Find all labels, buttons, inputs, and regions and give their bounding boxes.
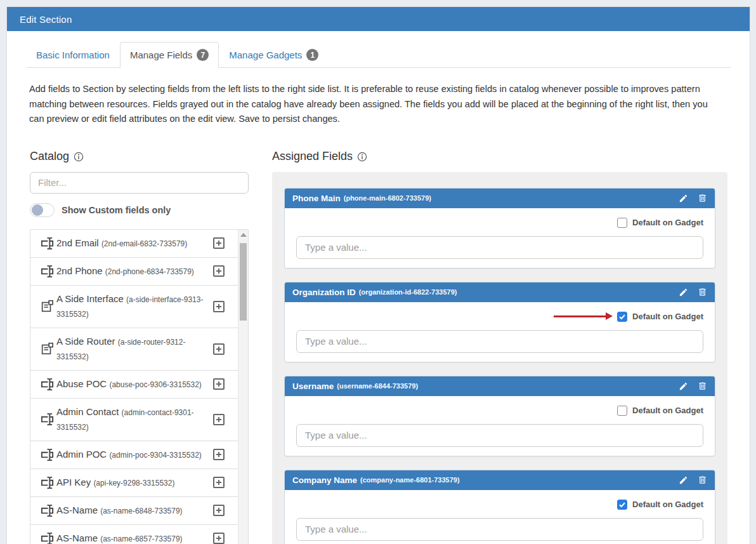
catalog-rows: 2nd Email (2nd-email-6832-733579) 2nd Ph… <box>30 230 238 544</box>
assigned-title: Assigned Fields <box>272 150 353 163</box>
tab-label: Basic Information <box>36 50 110 60</box>
assigned-field-card: Organization ID (organization-id-6822-73… <box>284 282 715 362</box>
default-on-gadget-label: Default on Gadget <box>632 406 703 415</box>
field-name: A Side Interface <box>56 293 124 304</box>
field-name: AS-Name <box>56 505 98 515</box>
info-icon[interactable] <box>357 152 367 162</box>
textbox-icon <box>40 236 56 251</box>
textbox-icon <box>40 448 56 462</box>
card-header: Phone Main (phone-main-6802-733579) <box>285 189 715 208</box>
default-on-gadget-checkbox[interactable] <box>617 406 627 416</box>
delete-trash-icon[interactable] <box>698 287 707 297</box>
toggle-knob <box>32 204 43 216</box>
card-field-name: Company Name <box>292 475 357 485</box>
edit-pencil-icon[interactable] <box>679 381 688 391</box>
add-field-button[interactable] <box>213 449 225 460</box>
tabs: Basic Information Manage Fields 7 Manage… <box>26 42 731 68</box>
delete-trash-icon[interactable] <box>698 475 707 485</box>
add-field-button[interactable] <box>213 414 225 425</box>
textbox-icon <box>40 531 56 544</box>
field-id: (admin-poc-9304-3315532) <box>109 451 201 460</box>
field-value-input[interactable] <box>296 424 703 447</box>
add-field-button[interactable] <box>213 378 225 390</box>
field-value-input[interactable] <box>296 518 703 541</box>
card-field-id: (organization-id-6822-733579) <box>359 288 457 296</box>
textbox-icon <box>40 377 56 392</box>
catalog-list-item[interactable]: A Side Interface (a-side-interface-9313-… <box>30 286 238 328</box>
add-field-button[interactable] <box>213 343 225 355</box>
field-name: API Key <box>56 477 91 488</box>
catalog-list: 2nd Email (2nd-email-6832-733579) 2nd Ph… <box>30 229 249 544</box>
catalog-list-item[interactable]: Admin POC (admin-poc-9304-3315532) <box>30 441 238 469</box>
info-icon[interactable] <box>74 152 84 162</box>
card-header: Username (username-6844-733579) <box>285 376 715 396</box>
tab-count-badge: 1 <box>306 49 318 61</box>
catalog-title: Catalog <box>30 150 69 163</box>
add-field-button[interactable] <box>213 533 225 544</box>
card-field-name: Username <box>292 381 334 391</box>
assigned-field-card: Company Name (company-name-6801-733579) … <box>284 470 715 544</box>
scrollbar-up-icon[interactable] <box>238 230 248 241</box>
assigned-column: Assigned Fields Phone Main (phone-main-6… <box>272 150 727 544</box>
field-value-input[interactable] <box>296 236 703 259</box>
add-field-button[interactable] <box>213 477 225 488</box>
field-value-input[interactable] <box>296 330 703 353</box>
catalog-list-item[interactable]: Admin Contact (admin-contact-9301-331553… <box>30 399 238 441</box>
default-on-gadget-checkbox[interactable] <box>617 218 627 228</box>
section-description: Add fields to Section by selecting field… <box>7 68 750 127</box>
add-field-button[interactable] <box>213 505 225 516</box>
field-id: (2nd-phone-6834-733579) <box>105 267 194 276</box>
delete-trash-icon[interactable] <box>698 193 707 203</box>
tab-manage-fields[interactable]: Manage Fields 7 <box>120 42 219 68</box>
field-name: Admin POC <box>56 449 107 460</box>
card-header: Company Name (company-name-6801-733579) <box>285 470 715 490</box>
delete-trash-icon[interactable] <box>698 381 707 391</box>
window-titlebar: Edit Section <box>7 7 750 31</box>
edit-pencil-icon[interactable] <box>679 288 688 297</box>
default-on-gadget-label: Default on Gadget <box>632 218 703 227</box>
tab-manage-gadgets[interactable]: Manage Gadgets 1 <box>219 42 329 68</box>
default-on-gadget-checkbox[interactable] <box>617 312 627 322</box>
select-icon <box>40 342 56 356</box>
catalog-heading: Catalog <box>30 150 249 163</box>
filter-input[interactable] <box>30 172 249 194</box>
catalog-list-item[interactable]: AS-Name (as-name-6848-733579) <box>30 497 238 525</box>
select-icon <box>40 299 56 314</box>
add-field-button[interactable] <box>213 301 225 312</box>
annotation-arrow <box>554 315 607 317</box>
catalog-scrollbar[interactable] <box>238 230 248 544</box>
catalog-list-item[interactable]: 2nd Phone (2nd-phone-6834-733579) <box>30 258 238 286</box>
add-field-button[interactable] <box>213 265 225 277</box>
default-on-gadget-label: Default on Gadget <box>632 312 703 321</box>
edit-section-panel: Edit Section Basic Information Manage Fi… <box>6 6 750 544</box>
field-name: Admin Contact <box>56 406 119 417</box>
assigned-field-card: Phone Main (phone-main-6802-733579) Defa… <box>284 188 715 269</box>
tab-label: Manage Fields <box>130 50 192 60</box>
tab-basic-information[interactable]: Basic Information <box>26 42 120 68</box>
field-id: (api-key-9298-3315532) <box>93 479 174 488</box>
edit-pencil-icon[interactable] <box>679 475 688 485</box>
edit-pencil-icon[interactable] <box>679 194 688 203</box>
card-field-id: (username-6844-733579) <box>337 382 418 390</box>
textbox-icon <box>40 475 56 490</box>
catalog-column: Catalog Show Custom fields only 2nd Emai… <box>30 150 249 544</box>
catalog-list-item[interactable]: Abuse POC (abuse-poc-9306-3315532) <box>30 371 238 399</box>
card-header: Organization ID (organization-id-6822-73… <box>285 282 715 302</box>
catalog-list-item[interactable]: 2nd Email (2nd-email-6832-733579) <box>30 230 238 258</box>
scrollbar-thumb[interactable] <box>240 243 247 321</box>
card-field-name: Phone Main <box>292 194 341 203</box>
page-title: Edit Section <box>20 14 72 25</box>
catalog-list-item[interactable]: API Key (api-key-9298-3315532) <box>30 469 238 497</box>
textbox-icon <box>40 503 56 518</box>
add-field-button[interactable] <box>213 237 225 249</box>
custom-fields-toggle[interactable] <box>30 203 55 217</box>
catalog-list-item[interactable]: A Side Router (a-side-router-9312-331553… <box>30 328 238 371</box>
tab-count-badge: 7 <box>197 49 209 61</box>
assigned-fields-container: Phone Main (phone-main-6802-733579) Defa… <box>272 172 727 544</box>
card-field-id: (company-name-6801-733579) <box>360 476 460 484</box>
default-on-gadget-checkbox[interactable] <box>617 500 627 510</box>
catalog-list-item[interactable]: AS-Name (as-name-6857-733579) <box>30 525 238 544</box>
textbox-icon <box>40 412 56 427</box>
custom-fields-toggle-row: Show Custom fields only <box>30 203 249 217</box>
field-id: (abuse-poc-9306-3315532) <box>109 380 201 389</box>
